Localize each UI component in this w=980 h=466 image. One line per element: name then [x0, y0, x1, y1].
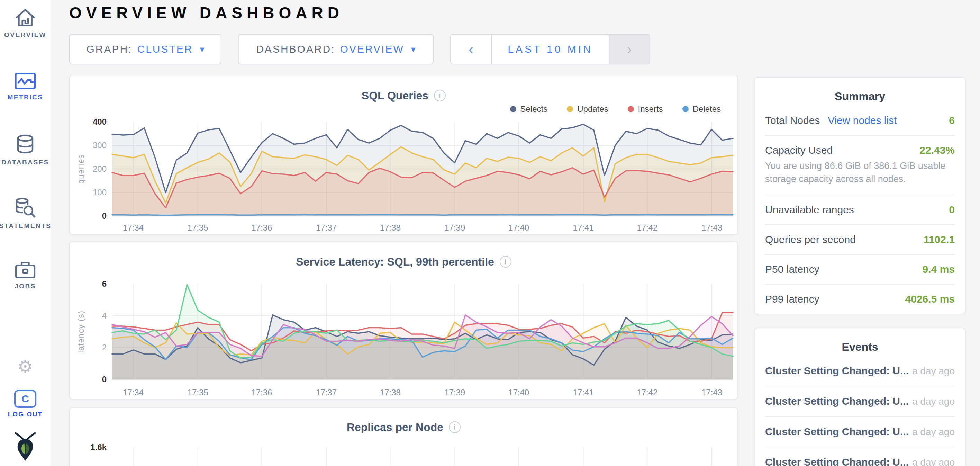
replicas-per-node-chart-card: Replicas per Node i 1.6k [69, 407, 738, 466]
sidebar-item-databases[interactable]: DATABASES [0, 134, 51, 166]
legend-item-selects[interactable]: Selects [510, 104, 548, 114]
event-row[interactable]: Cluster Setting Changed: U... a day ago [765, 417, 955, 447]
summary-row-unavailable-ranges: Unavailable ranges 0 [765, 195, 955, 224]
svg-text:17:37: 17:37 [316, 223, 337, 232]
svg-text:0: 0 [102, 375, 107, 384]
sidebar-item-label: OVERVIEW [4, 31, 46, 39]
legend-dot [567, 106, 573, 112]
svg-text:17:38: 17:38 [380, 223, 401, 232]
legend-item-deletes[interactable]: Deletes [682, 104, 721, 114]
svg-text:17:40: 17:40 [508, 223, 529, 232]
chart-title: SQL Queries [362, 89, 428, 102]
svg-text:300: 300 [93, 140, 107, 150]
info-icon[interactable]: i [449, 421, 461, 433]
sql-queries-chart[interactable]: 17:3417:3517:3617:3717:3817:3917:4017:41… [73, 116, 736, 234]
summary-value: 1102.1 [924, 234, 955, 246]
info-icon[interactable]: i [500, 256, 511, 268]
svg-text:400: 400 [93, 117, 107, 126]
database-icon [15, 134, 36, 155]
graph-dropdown-label: GRAPH: [86, 43, 132, 55]
summary-row-p50: P50 latency 9.4 ms [765, 254, 955, 284]
statements-search-icon [14, 197, 36, 219]
home-icon [14, 8, 36, 28]
svg-text:17:43: 17:43 [702, 223, 722, 232]
chevron-down-icon: ▾ [200, 44, 205, 55]
summary-value: 9.4 ms [923, 263, 955, 275]
svg-text:17:36: 17:36 [251, 388, 272, 397]
svg-text:17:35: 17:35 [188, 388, 208, 397]
time-window-control: ‹ LAST 10 MIN › [450, 34, 650, 64]
chart-title: Replicas per Node [347, 421, 443, 434]
chart-header: SQL Queries i [70, 88, 737, 103]
legend-item-inserts[interactable]: Inserts [628, 104, 663, 114]
logout-label: LOG OUT [8, 411, 43, 418]
chart-title: Service Latency: SQL, 99th percentile [296, 255, 494, 268]
event-row[interactable]: Cluster Setting Changed: U... a day ago [765, 356, 955, 386]
svg-text:4: 4 [102, 311, 107, 320]
summary-value: 22.43% [920, 144, 955, 156]
svg-text:17:35: 17:35 [188, 223, 208, 232]
svg-text:17:34: 17:34 [123, 223, 143, 232]
dashboard-dropdown-value: OVERVIEW [340, 43, 404, 55]
summary-value: 0 [949, 204, 955, 216]
replicas-per-node-chart[interactable]: 1.6k [73, 437, 736, 466]
service-latency-chart-card: Service Latency: SQL, 99th percentile i … [69, 241, 738, 399]
chevron-left-icon: ‹ [469, 41, 473, 57]
events-title: Events [765, 341, 955, 356]
svg-text:6: 6 [102, 279, 107, 288]
svg-text:17:38: 17:38 [380, 388, 401, 397]
sidebar-item-label: METRICS [8, 94, 43, 101]
chevron-right-icon: › [627, 41, 632, 57]
main-column: OVERVIEW DASHBOARD GRAPH: CLUSTER ▾ DASH… [69, 0, 738, 466]
legend-dot [628, 106, 634, 112]
summary-row-p99: P99 latency 4026.5 ms [765, 284, 955, 314]
app-root: OVERVIEW METRICS DATABASES [0, 0, 980, 466]
settings-gear-icon[interactable]: ⚙ [18, 358, 33, 375]
event-row[interactable]: Cluster Setting Changed: U... a day ago [765, 447, 955, 466]
svg-text:17:36: 17:36 [251, 223, 272, 232]
chart-header: Service Latency: SQL, 99th percentile i [70, 254, 737, 269]
summary-value: 4026.5 ms [905, 293, 955, 305]
legend-item-updates[interactable]: Updates [567, 104, 608, 114]
prev-time-button[interactable]: ‹ [451, 35, 492, 64]
cockroach-c-icon: C [14, 390, 37, 408]
summary-label: P50 latency [765, 263, 819, 275]
summary-title: Summary [765, 90, 955, 105]
capacity-description: You are using 86.6 GiB of 386.1 GiB usab… [765, 160, 955, 186]
legend-dot [682, 106, 689, 112]
view-nodes-list-link[interactable]: View nodes list [828, 115, 897, 126]
sidebar-item-metrics[interactable]: METRICS [0, 72, 51, 101]
summary-value: 6 [949, 115, 955, 126]
summary-row-capacity: Capacity Used 22.43% You are using 86.6 … [765, 135, 955, 195]
events-panel: Events Cluster Setting Changed: U... a d… [754, 327, 966, 466]
sidebar-item-overview[interactable]: OVERVIEW [0, 8, 51, 39]
logout-button[interactable]: C LOG OUT [8, 390, 43, 418]
right-column: Summary Total Nodes View nodes list 6 Ca… [754, 77, 966, 466]
summary-label: Total Nodes [765, 115, 820, 126]
svg-text:17:41: 17:41 [573, 223, 594, 232]
dashboard-dropdown-label: DASHBOARD: [256, 43, 335, 55]
time-window-label[interactable]: LAST 10 MIN [492, 35, 609, 64]
next-time-button[interactable]: › [609, 35, 649, 64]
summary-row-qps: Queries per second 1102.1 [765, 224, 955, 254]
svg-text:200: 200 [93, 164, 107, 174]
svg-text:2: 2 [102, 343, 107, 352]
legend-dot [510, 106, 516, 112]
sidebar-item-jobs[interactable]: JOBS [0, 260, 51, 290]
event-row[interactable]: Cluster Setting Changed: U... a day ago [765, 386, 955, 417]
cockroachdb-logo-icon [13, 431, 38, 461]
svg-text:latency (s): latency (s) [76, 311, 86, 353]
controls-row: GRAPH: CLUSTER ▾ DASHBOARD: OVERVIEW ▾ ‹… [69, 34, 738, 64]
svg-text:17:39: 17:39 [444, 223, 465, 232]
page-title: OVERVIEW DASHBOARD [69, 3, 738, 22]
svg-text:17:37: 17:37 [316, 388, 337, 397]
service-latency-chart[interactable]: 17:3417:3517:3617:3717:3817:3917:4017:41… [73, 271, 736, 399]
dashboard-dropdown[interactable]: DASHBOARD: OVERVIEW ▾ [238, 34, 434, 64]
info-icon[interactable]: i [434, 90, 446, 101]
sidebar-item-label: DATABASES [2, 158, 49, 166]
sidebar-item-label: JOBS [14, 282, 36, 290]
sidebar-item-statements[interactable]: STATEMENTS [0, 197, 51, 230]
graph-dropdown[interactable]: GRAPH: CLUSTER ▾ [69, 34, 221, 64]
summary-label: Queries per second [765, 234, 856, 246]
content-area: OVERVIEW DASHBOARD GRAPH: CLUSTER ▾ DASH… [51, 0, 980, 466]
